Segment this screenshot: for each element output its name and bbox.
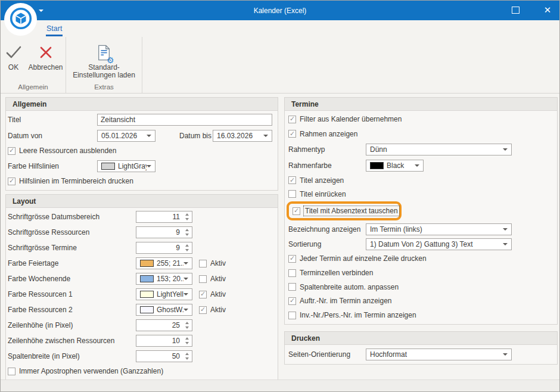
panel-allgemein-header: Allgemein [6, 98, 278, 111]
color-swatch [370, 162, 384, 169]
datum-bis-dropdown[interactable]: 16.03.2026 [213, 130, 272, 142]
farbe-ressourcen2-dropdown[interactable]: GhostW... [136, 304, 192, 316]
rahmenfarbe-dropdown[interactable]: Black [366, 160, 424, 172]
titel-einruecken-checkbox[interactable]: ✓ [288, 190, 296, 198]
farbe-hilfslinien-label: Farbe Hilfslinien [8, 162, 97, 170]
zeilenhoehe-stepper[interactable]: 25 [136, 319, 192, 331]
zeilenhoehe-ressourcen-stepper[interactable]: 10 [136, 335, 192, 347]
farbe-wochenende-aktiv-checkbox[interactable]: ✓ [199, 275, 207, 283]
auftr-nr-checkbox[interactable]: ✓ [288, 297, 296, 305]
close-button[interactable]: ✕ [542, 4, 553, 16]
rahmentyp-label: Rahmentyp [288, 145, 366, 154]
spin-up-icon[interactable] [185, 244, 189, 247]
panel-termine: Termine ✓ Filter aus Kalender übernehmen… [284, 97, 558, 325]
sortierung-dropdown[interactable]: 1) Datum Von 2) Gattung 3) Text [366, 238, 512, 250]
spin-down-icon[interactable] [185, 234, 189, 236]
rahmenfarbe-value: Black [387, 161, 415, 170]
stepper-value: 9 [136, 228, 183, 237]
spin-down-icon[interactable] [185, 249, 189, 251]
stepper-value: 11 [136, 213, 183, 221]
spaltenbreite-autom-checkbox[interactable]: ✓ [288, 283, 296, 291]
spin-up-icon[interactable] [185, 229, 189, 231]
ok-button[interactable]: OK [1, 39, 26, 71]
tab-start[interactable]: Start [46, 24, 63, 36]
panel-layout-header: Layout [6, 195, 278, 208]
jeder-termin-checkbox[interactable]: ✓ [288, 255, 296, 263]
panel-drucken-header: Drucken [285, 332, 557, 345]
spin-down-icon[interactable] [185, 326, 189, 329]
farbe-feiertage-dropdown[interactable]: 255; 21... [136, 257, 192, 269]
hilfslinien-drucken-checkbox[interactable]: ✓ [8, 178, 15, 185]
farbe-feiertage-aktiv-checkbox[interactable]: ✓ [199, 260, 207, 267]
spin-up-icon[interactable] [185, 322, 189, 324]
leere-ressourcen-label: Leere Ressourcen ausblenden [19, 147, 116, 155]
rahmen-anzeigen-label: Rahmen anzeigen [300, 130, 357, 138]
chevron-down-icon [503, 148, 508, 151]
inv-nr-checkbox[interactable]: ✓ [288, 312, 296, 319]
panel-allgemein: Allgemein Titel Zeitansicht Datum von 05… [5, 97, 278, 191]
red-x-icon [38, 41, 54, 64]
farbe-wochenende-dropdown[interactable]: 153; 20... [136, 273, 192, 285]
chevron-down-icon [503, 353, 508, 356]
spin-down-icon[interactable] [185, 357, 189, 360]
spaltenbreite-label: Spaltenbreite (in Pixel) [8, 352, 136, 360]
aktiv-label: Aktiv [210, 306, 226, 314]
farbe-hilfslinien-dropdown[interactable]: LightGray [97, 160, 155, 172]
schriftgroesse-datumsbereich-stepper[interactable]: 11 [136, 211, 192, 223]
farbe-ressourcen1-aktiv-checkbox[interactable]: ✓ [199, 291, 207, 298]
farbe-ressourcen1-value: LightYell... [157, 290, 183, 298]
chevron-down-icon [183, 309, 188, 311]
bezeichnung-dropdown[interactable]: Im Termin (links) [366, 223, 512, 235]
titel-tauschen-checkbox[interactable]: ✓ [293, 207, 300, 215]
check-icon: ✓ [9, 147, 14, 154]
color-swatch [140, 275, 154, 282]
titel-input[interactable]: Zeitansicht [97, 114, 272, 126]
schriftgroesse-termine-stepper[interactable]: 9 [136, 242, 192, 254]
check-icon: ✓ [9, 178, 14, 184]
titel-anzeigen-checkbox[interactable]: ✓ [288, 176, 296, 184]
leere-ressourcen-checkbox[interactable]: ✓ [8, 147, 15, 155]
datum-von-dropdown[interactable]: 05.01.2026 [97, 130, 155, 142]
schriftgroesse-ressourcen-stepper[interactable]: 9 [136, 226, 192, 238]
app-logo-button[interactable] [4, 3, 37, 36]
gear-icon: ⚙ [107, 56, 114, 64]
farbe-ressourcen2-value: GhostW... [157, 306, 183, 314]
aktiv-label: Aktiv [210, 275, 226, 283]
color-swatch [101, 163, 115, 170]
right-column: Termine ✓ Filter aus Kalender übernehmen… [284, 97, 558, 365]
load-defaults-button[interactable]: ⚙ Standard-Einstellungen laden [69, 39, 140, 79]
highlight-callout: ✓ Titel mit Absenztext tauschen [287, 201, 402, 220]
seiten-orientierung-dropdown[interactable]: Hochformat [366, 349, 512, 360]
chevron-down-icon [147, 165, 151, 167]
load-defaults-button-label: Standard-Einstellungen laden [69, 64, 140, 79]
left-column: Allgemein Titel Zeitansicht Datum von 05… [5, 97, 278, 381]
farbe-ressourcen2-aktiv-checkbox[interactable]: ✓ [199, 306, 207, 314]
farbe-ressourcen1-dropdown[interactable]: LightYell... [136, 288, 192, 300]
document-gear-icon: ⚙ [97, 41, 112, 64]
rahmenfarbe-label: Rahmenfarbe [288, 161, 366, 170]
maximize-button[interactable] [512, 7, 519, 14]
rahmen-anzeigen-checkbox[interactable]: ✓ [288, 130, 296, 138]
color-swatch [140, 306, 154, 313]
spin-down-icon[interactable] [185, 218, 189, 220]
rahmentyp-dropdown[interactable]: Dünn [366, 144, 512, 155]
spin-up-icon[interactable] [185, 337, 189, 340]
ribbon-group-allgemein: OK Abbrechen Allgemein [1, 37, 66, 93]
chevron-down-icon [147, 135, 151, 137]
app-menu-chevron-down-icon[interactable] [39, 10, 43, 12]
farbe-feiertage-label: Farbe Feiertage [8, 259, 136, 267]
apostrophen-checkbox[interactable]: ✓ [8, 368, 15, 375]
spaltenbreite-stepper[interactable]: 50 [136, 350, 192, 362]
seiten-orientierung-label: Seiten-Orientierung [288, 350, 366, 359]
spin-up-icon[interactable] [185, 213, 189, 216]
spaltenbreite-autom-label: Spaltenbreite autom. anpassen [300, 283, 399, 291]
check-icon: ✓ [290, 177, 295, 183]
spin-down-icon[interactable] [185, 342, 189, 344]
aktiv-label: Aktiv [210, 290, 226, 298]
spin-up-icon[interactable] [185, 353, 189, 355]
cancel-button[interactable]: Abbrechen [26, 39, 66, 71]
terminzellen-checkbox[interactable]: ✓ [288, 269, 296, 277]
titel-anzeigen-label: Titel anzeigen [300, 176, 344, 185]
filter-kalender-checkbox[interactable]: ✓ [288, 116, 296, 123]
inv-nr-label: Inv.-Nr./Pers.-Nr. im Termin anzeigen [300, 311, 416, 319]
